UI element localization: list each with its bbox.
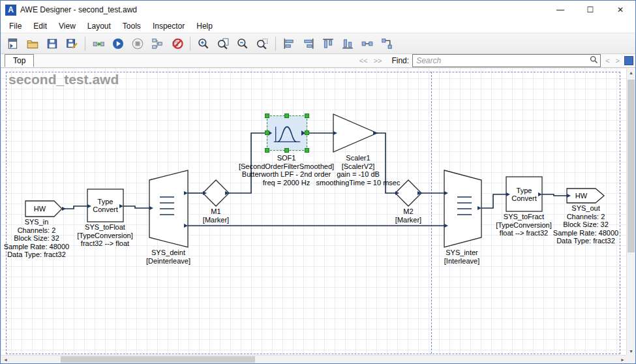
menu-tools[interactable]: Tools	[117, 20, 147, 32]
align-top-button[interactable]	[318, 34, 338, 53]
selection-handle-n[interactable]	[284, 114, 289, 118]
app-icon-glyph: A	[8, 5, 14, 14]
horizontal-scrollbar[interactable]: ◄ ►	[1, 355, 628, 363]
menu-inspector[interactable]: Inspector	[147, 20, 190, 32]
save-button[interactable]	[42, 34, 62, 53]
annotation-line: Sample Rate: 48000	[4, 243, 69, 251]
selection-handle-w[interactable]	[265, 130, 269, 135]
wire-tofract-sysout[interactable]	[542, 194, 567, 196]
annotation-line: Scaler1	[316, 154, 401, 162]
zoom-in-icon	[197, 37, 210, 50]
vertical-scroll-thumb[interactable]	[628, 80, 635, 252]
align-top-icon	[322, 37, 335, 50]
window-title: AWE Designer - second_test.awd	[20, 5, 137, 14]
align-right-icon	[302, 37, 315, 50]
minimize-button[interactable]: —	[545, 1, 575, 19]
find-input-wrap	[412, 54, 601, 67]
new-button[interactable]	[3, 34, 23, 53]
find-next-button[interactable]: >	[614, 57, 621, 65]
zoom-out-icon	[236, 37, 249, 50]
menu-layout[interactable]: Layout	[82, 20, 117, 32]
align-bottom-button[interactable]	[338, 34, 357, 53]
annotation-sys-tofloat: SYS_toFloat [TypeConversion] fract32 -->…	[77, 223, 133, 248]
pin-scaler-out[interactable]	[373, 131, 377, 135]
zoom-fit-icon	[217, 37, 230, 50]
block-sof1[interactable]	[267, 115, 307, 151]
wire-tofloat-deint[interactable]	[123, 206, 149, 208]
tab-top[interactable]: Top	[5, 54, 34, 67]
menu-help[interactable]: Help	[190, 20, 219, 32]
annotation-line: [Interleave]	[444, 257, 479, 265]
annotation-line: [Deinterleave]	[146, 257, 190, 265]
selection-handle-ne[interactable]	[305, 114, 309, 118]
block-sys-tofloat-label: Type Convert	[89, 189, 121, 222]
titlebar: A AWE Designer - second_test.awd — ☐ ✕	[1, 1, 635, 19]
route-button[interactable]	[377, 34, 397, 53]
wire-inter-tofract[interactable]	[481, 194, 506, 208]
save-as-button[interactable]	[62, 34, 82, 53]
zoom-in-button[interactable]	[194, 34, 213, 53]
open-button[interactable]	[23, 34, 42, 53]
history-forward-button[interactable]: >>	[372, 57, 384, 65]
annotation-line: float --> fract32	[496, 229, 552, 237]
selection-handle-se[interactable]	[305, 148, 309, 153]
menu-view[interactable]: View	[53, 20, 82, 32]
app-window: A AWE Designer - second_test.awd — ☐ ✕ F…	[0, 0, 636, 364]
horizontal-scroll-thumb[interactable]	[61, 356, 255, 363]
run-button[interactable]	[108, 34, 128, 53]
align-right-button[interactable]	[299, 34, 318, 53]
menu-file[interactable]: File	[3, 20, 27, 32]
profile-button[interactable]	[147, 34, 167, 53]
stop-button[interactable]	[128, 34, 147, 53]
pin-sysin-out[interactable]	[62, 207, 66, 211]
block-scaler1[interactable]	[333, 114, 377, 152]
scroll-left-icon[interactable]: ◄	[1, 356, 10, 363]
annotation-line: SYS_deint	[146, 249, 190, 257]
halt-icon	[170, 37, 183, 50]
search-icon[interactable]	[590, 55, 598, 64]
connect-button[interactable]	[357, 34, 377, 53]
zoom-fit-button[interactable]	[213, 34, 233, 53]
tabbar: Top << >> Find: < >	[1, 54, 635, 68]
annotation-line: SYS_toFract	[496, 213, 552, 221]
save-as-icon	[65, 37, 78, 50]
annotation-line: [TypeConversion]	[496, 221, 552, 230]
selection-handle-e[interactable]	[305, 130, 309, 135]
align-left-icon	[282, 37, 295, 50]
annotation-line: SYS_inter	[444, 249, 479, 257]
scrollbar-corner	[626, 355, 635, 363]
design-canvas[interactable]: second_test.awd	[1, 68, 628, 356]
align-left-button[interactable]	[279, 34, 299, 53]
find-input[interactable]	[412, 54, 601, 67]
play-icon	[112, 37, 125, 50]
zoom-selection-button[interactable]	[252, 34, 272, 53]
align-bottom-icon	[341, 37, 354, 50]
selection-handle-sw[interactable]	[265, 148, 269, 153]
propagate-button[interactable]	[89, 34, 108, 53]
history-back-button[interactable]: <<	[358, 57, 369, 65]
toolbar-separator	[85, 37, 85, 51]
find-prev-button[interactable]: <	[604, 57, 611, 65]
save-icon	[46, 37, 59, 50]
scroll-up-icon[interactable]: ▲	[627, 68, 635, 78]
close-button[interactable]: ✕	[605, 1, 635, 19]
annotation-line: SYS_in	[4, 218, 69, 226]
zoom-out-button[interactable]	[233, 34, 252, 53]
connect-icon	[361, 37, 374, 50]
selection-handle-nw[interactable]	[265, 114, 269, 118]
vertical-scrollbar[interactable]: ▲ ▼	[626, 68, 635, 356]
selection-handle-s[interactable]	[284, 148, 289, 153]
annotation-line: Block Size: 32	[553, 220, 618, 229]
halt-button[interactable]	[167, 34, 187, 53]
menu-edit[interactable]: Edit	[27, 20, 53, 32]
maximize-button[interactable]: ☐	[575, 1, 605, 19]
app-icon: A	[5, 5, 16, 16]
annotation-sys-out: SYS_out Channels: 2 Block Size: 32 Sampl…	[553, 204, 618, 245]
toolbar-separator	[275, 37, 276, 51]
wire-sysin-tofloat[interactable]	[62, 206, 87, 209]
annotation-line: Data Type: fract32	[553, 237, 618, 245]
annotation-line: Block Size: 32	[4, 234, 69, 243]
dock-indicator-icon[interactable]	[624, 56, 633, 65]
annotation-line: M1	[203, 207, 229, 216]
annotation-line: smoothingTime = 10 msec	[316, 179, 401, 187]
